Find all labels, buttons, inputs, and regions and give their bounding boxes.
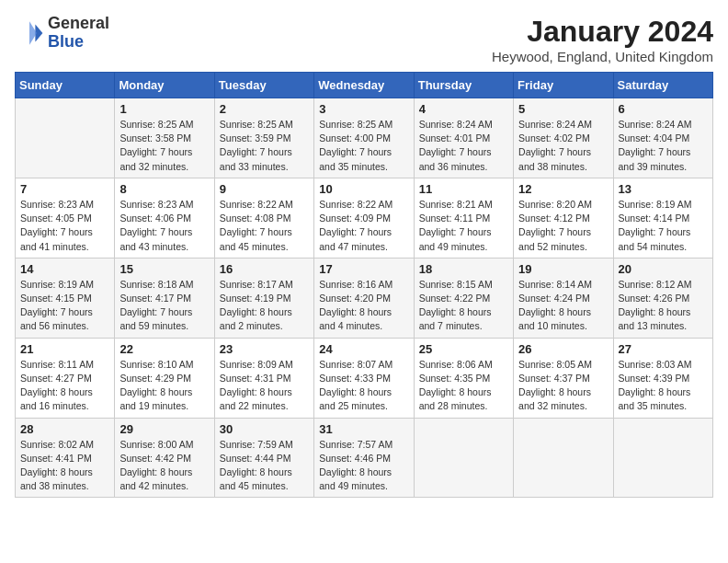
- calendar-day-header: Sunday: [16, 73, 115, 98]
- calendar-day-header: Tuesday: [214, 73, 313, 98]
- calendar-cell: 29 Sunrise: 8:00 AMSunset: 4:42 PMDaylig…: [115, 418, 214, 498]
- day-info: Sunrise: 8:22 AMSunset: 4:08 PMDaylight:…: [220, 198, 309, 254]
- day-info: Sunrise: 8:10 AMSunset: 4:29 PMDaylight:…: [119, 358, 209, 414]
- day-info: Sunrise: 8:19 AMSunset: 4:14 PMDaylight:…: [619, 198, 708, 254]
- day-number: 22: [119, 342, 209, 356]
- calendar-cell: 31 Sunrise: 7:57 AMSunset: 4:46 PMDaylig…: [314, 418, 414, 498]
- calendar-cell: [414, 418, 513, 498]
- calendar-cell: 3 Sunrise: 8:25 AMSunset: 4:00 PMDayligh…: [314, 98, 414, 178]
- day-info: Sunrise: 8:05 AMSunset: 4:37 PMDaylight:…: [518, 358, 608, 414]
- calendar-cell: 15 Sunrise: 8:18 AMSunset: 4:17 PMDaylig…: [115, 258, 214, 338]
- day-info: Sunrise: 8:25 AMSunset: 3:59 PMDaylight:…: [220, 118, 309, 174]
- day-number: 12: [518, 182, 608, 196]
- title-block: January 2024 Heywood, England, United Ki…: [492, 15, 713, 64]
- day-number: 21: [20, 342, 109, 356]
- day-number: 7: [20, 182, 109, 196]
- day-number: 6: [619, 102, 708, 116]
- day-number: 31: [319, 422, 408, 436]
- calendar-week-row: 21 Sunrise: 8:11 AMSunset: 4:27 PMDaylig…: [16, 338, 713, 418]
- day-number: 3: [319, 102, 408, 116]
- day-number: 14: [20, 262, 109, 276]
- calendar-cell: 24 Sunrise: 8:07 AMSunset: 4:33 PMDaylig…: [314, 338, 414, 418]
- day-info: Sunrise: 7:59 AMSunset: 4:44 PMDaylight:…: [220, 438, 309, 494]
- calendar-week-row: 14 Sunrise: 8:19 AMSunset: 4:15 PMDaylig…: [16, 258, 713, 338]
- calendar-cell: 30 Sunrise: 7:59 AMSunset: 4:44 PMDaylig…: [214, 418, 313, 498]
- page-header: General Blue January 2024 Heywood, Engla…: [15, 15, 713, 64]
- day-info: Sunrise: 7:57 AMSunset: 4:46 PMDaylight:…: [319, 438, 408, 494]
- logo-icon: [15, 18, 44, 48]
- day-info: Sunrise: 8:24 AMSunset: 4:01 PMDaylight:…: [419, 118, 508, 174]
- day-info: Sunrise: 8:20 AMSunset: 4:12 PMDaylight:…: [518, 198, 608, 254]
- calendar-cell: 12 Sunrise: 8:20 AMSunset: 4:12 PMDaylig…: [514, 178, 613, 258]
- day-info: Sunrise: 8:09 AMSunset: 4:31 PMDaylight:…: [220, 358, 309, 414]
- calendar-cell: 20 Sunrise: 8:12 AMSunset: 4:26 PMDaylig…: [613, 258, 712, 338]
- day-number: 30: [220, 422, 309, 436]
- day-info: Sunrise: 8:14 AMSunset: 4:24 PMDaylight:…: [518, 278, 608, 334]
- day-number: 8: [119, 182, 209, 196]
- day-info: Sunrise: 8:21 AMSunset: 4:11 PMDaylight:…: [419, 198, 508, 254]
- logo: General Blue: [15, 15, 109, 52]
- calendar-cell: 28 Sunrise: 8:02 AMSunset: 4:41 PMDaylig…: [16, 418, 115, 498]
- day-number: 26: [518, 342, 608, 356]
- day-number: 23: [220, 342, 309, 356]
- day-number: 20: [619, 262, 708, 276]
- day-info: Sunrise: 8:00 AMSunset: 4:42 PMDaylight:…: [119, 438, 209, 494]
- calendar-day-header: Thursday: [414, 73, 513, 98]
- day-number: 28: [20, 422, 109, 436]
- calendar-cell: 18 Sunrise: 8:15 AMSunset: 4:22 PMDaylig…: [414, 258, 513, 338]
- day-number: 19: [518, 262, 608, 276]
- day-number: 29: [119, 422, 209, 436]
- day-info: Sunrise: 8:16 AMSunset: 4:20 PMDaylight:…: [319, 278, 408, 334]
- day-info: Sunrise: 8:25 AMSunset: 3:58 PMDaylight:…: [119, 118, 209, 174]
- day-info: Sunrise: 8:12 AMSunset: 4:26 PMDaylight:…: [619, 278, 708, 334]
- calendar-cell: 14 Sunrise: 8:19 AMSunset: 4:15 PMDaylig…: [16, 258, 115, 338]
- month-title: January 2024: [492, 15, 713, 49]
- calendar-cell: 2 Sunrise: 8:25 AMSunset: 3:59 PMDayligh…: [214, 98, 313, 178]
- day-info: Sunrise: 8:02 AMSunset: 4:41 PMDaylight:…: [20, 438, 109, 494]
- day-info: Sunrise: 8:19 AMSunset: 4:15 PMDaylight:…: [20, 278, 109, 334]
- calendar-cell: 5 Sunrise: 8:24 AMSunset: 4:02 PMDayligh…: [514, 98, 613, 178]
- day-info: Sunrise: 8:22 AMSunset: 4:09 PMDaylight:…: [319, 198, 408, 254]
- calendar-cell: 23 Sunrise: 8:09 AMSunset: 4:31 PMDaylig…: [214, 338, 313, 418]
- calendar-day-header: Monday: [115, 73, 214, 98]
- calendar-cell: 10 Sunrise: 8:22 AMSunset: 4:09 PMDaylig…: [314, 178, 414, 258]
- calendar-week-row: 1 Sunrise: 8:25 AMSunset: 3:58 PMDayligh…: [16, 98, 713, 178]
- day-number: 13: [619, 182, 708, 196]
- day-info: Sunrise: 8:11 AMSunset: 4:27 PMDaylight:…: [20, 358, 109, 414]
- calendar-day-header: Friday: [514, 73, 613, 98]
- day-info: Sunrise: 8:17 AMSunset: 4:19 PMDaylight:…: [220, 278, 309, 334]
- calendar-cell: 7 Sunrise: 8:23 AMSunset: 4:05 PMDayligh…: [16, 178, 115, 258]
- calendar-cell: 9 Sunrise: 8:22 AMSunset: 4:08 PMDayligh…: [214, 178, 313, 258]
- location-title: Heywood, England, United Kingdom: [492, 49, 713, 64]
- day-number: 1: [119, 102, 209, 116]
- calendar-cell: 11 Sunrise: 8:21 AMSunset: 4:11 PMDaylig…: [414, 178, 513, 258]
- calendar-cell: 26 Sunrise: 8:05 AMSunset: 4:37 PMDaylig…: [514, 338, 613, 418]
- day-number: 5: [518, 102, 608, 116]
- logo-text: General Blue: [48, 15, 109, 52]
- day-info: Sunrise: 8:18 AMSunset: 4:17 PMDaylight:…: [119, 278, 209, 334]
- day-number: 4: [419, 102, 508, 116]
- calendar-day-header: Wednesday: [314, 73, 414, 98]
- day-number: 25: [419, 342, 508, 356]
- day-info: Sunrise: 8:03 AMSunset: 4:39 PMDaylight:…: [619, 358, 708, 414]
- day-number: 10: [319, 182, 408, 196]
- calendar-cell: 21 Sunrise: 8:11 AMSunset: 4:27 PMDaylig…: [16, 338, 115, 418]
- day-number: 18: [419, 262, 508, 276]
- calendar-day-header: Saturday: [613, 73, 712, 98]
- calendar-cell: 25 Sunrise: 8:06 AMSunset: 4:35 PMDaylig…: [414, 338, 513, 418]
- day-number: 16: [220, 262, 309, 276]
- day-info: Sunrise: 8:24 AMSunset: 4:04 PMDaylight:…: [619, 118, 708, 174]
- calendar-cell: 1 Sunrise: 8:25 AMSunset: 3:58 PMDayligh…: [115, 98, 214, 178]
- day-info: Sunrise: 8:24 AMSunset: 4:02 PMDaylight:…: [518, 118, 608, 174]
- calendar-table: SundayMondayTuesdayWednesdayThursdayFrid…: [15, 72, 713, 498]
- day-number: 9: [220, 182, 309, 196]
- day-info: Sunrise: 8:15 AMSunset: 4:22 PMDaylight:…: [419, 278, 508, 334]
- calendar-cell: 22 Sunrise: 8:10 AMSunset: 4:29 PMDaylig…: [115, 338, 214, 418]
- day-info: Sunrise: 8:23 AMSunset: 4:06 PMDaylight:…: [119, 198, 209, 254]
- calendar-cell: [613, 418, 712, 498]
- calendar-cell: 8 Sunrise: 8:23 AMSunset: 4:06 PMDayligh…: [115, 178, 214, 258]
- day-info: Sunrise: 8:06 AMSunset: 4:35 PMDaylight:…: [419, 358, 508, 414]
- day-number: 27: [619, 342, 708, 356]
- calendar-cell: [514, 418, 613, 498]
- day-info: Sunrise: 8:07 AMSunset: 4:33 PMDaylight:…: [319, 358, 408, 414]
